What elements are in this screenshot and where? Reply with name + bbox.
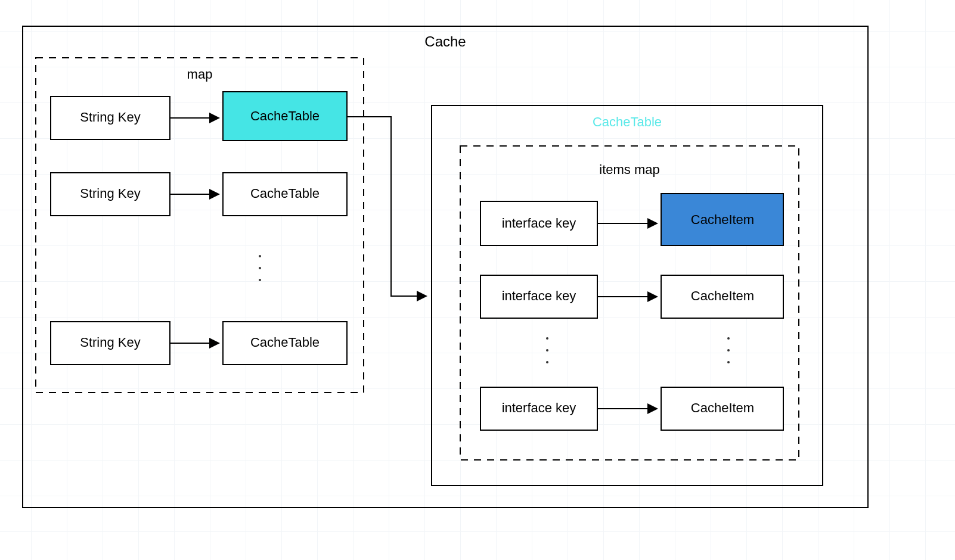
map-value-label: CacheTable — [250, 186, 320, 201]
map-row-2: String Key CacheTable — [51, 322, 347, 365]
items-map-title: items map — [599, 162, 659, 177]
map-key-label: String Key — [80, 186, 141, 201]
map-key-label: String Key — [80, 110, 141, 125]
map-ellipsis — [259, 255, 261, 281]
items-ellipsis-left — [546, 337, 548, 363]
svg-point-4 — [546, 349, 548, 351]
map-row-1: String Key CacheTable — [51, 173, 347, 216]
items-key-label: interface key — [502, 288, 576, 303]
map-key-label: String Key — [80, 335, 141, 350]
map-value-label: CacheTable — [250, 108, 320, 123]
items-row-1: interface key CacheItem — [480, 275, 783, 318]
svg-point-7 — [727, 349, 730, 351]
svg-point-8 — [727, 361, 730, 363]
items-row-2: interface key CacheItem — [480, 387, 783, 430]
svg-point-0 — [259, 255, 261, 257]
items-key-label: interface key — [502, 400, 576, 415]
items-key-label: interface key — [502, 216, 576, 231]
svg-point-3 — [546, 337, 548, 340]
svg-point-5 — [546, 361, 548, 363]
svg-point-2 — [259, 279, 261, 281]
items-row-0: interface key CacheItem — [480, 194, 783, 245]
cache-title: Cache — [424, 33, 466, 49]
map-title: map — [187, 67, 213, 82]
items-ellipsis-right — [727, 337, 730, 363]
svg-point-6 — [727, 337, 730, 340]
items-value-label: CacheItem — [691, 212, 754, 227]
items-value-label: CacheItem — [691, 400, 754, 415]
diagram-svg: Cache map String Key CacheTable String K… — [0, 0, 955, 560]
cachetable-connector — [347, 117, 426, 296]
items-value-label: CacheItem — [691, 288, 754, 303]
cachetable-detail-title: CacheTable — [593, 114, 662, 129]
map-row-0: String Key CacheTable — [51, 92, 347, 141]
diagram-root: Cache map String Key CacheTable String K… — [0, 0, 955, 560]
svg-point-1 — [259, 267, 261, 269]
map-value-label: CacheTable — [250, 335, 320, 350]
